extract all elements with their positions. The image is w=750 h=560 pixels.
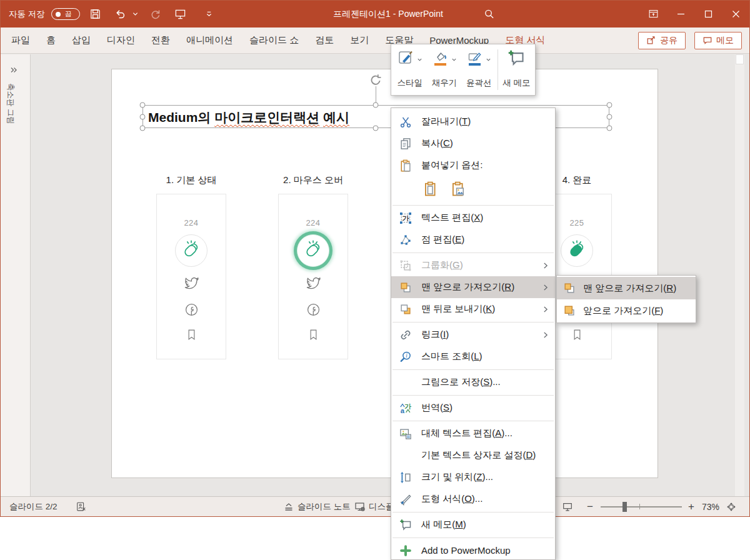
zoom-slider-thumb[interactable] (622, 502, 627, 512)
customize-qat-icon[interactable] (200, 5, 219, 24)
clap-icon (566, 239, 588, 262)
start-slideshow-icon[interactable] (171, 5, 190, 24)
tab-file[interactable]: 파일 (3, 28, 38, 54)
undo-dropdown-icon[interactable] (131, 5, 140, 24)
facebook-icon (306, 302, 321, 319)
submenu-item-bring-to-front[interactable]: 맨 앞으로 가져오기(R) (557, 277, 696, 299)
zoom-level[interactable]: 73% (702, 497, 719, 517)
selection-handle[interactable] (607, 102, 612, 108)
fit-slide-to-window-icon[interactable] (726, 497, 737, 517)
tab-home[interactable]: 홈 (38, 28, 64, 54)
new-comment-icon (508, 49, 525, 69)
chevron-down-icon[interactable] (451, 54, 457, 65)
new-comment-button[interactable]: 새 메모 (499, 47, 534, 92)
menu-item-save-as-picture[interactable]: 그림으로 저장(S)... (391, 371, 555, 393)
menu-item-size-position[interactable]: 크기 및 위치(Z)... (391, 466, 555, 488)
selection-handle[interactable] (140, 114, 146, 119)
card-default[interactable]: 224 (156, 194, 226, 359)
menu-item-smart-lookup[interactable]: i스마트 조회(L) (391, 346, 555, 368)
scrollbar-top-button[interactable] (736, 54, 744, 64)
minimize-button[interactable] (667, 1, 694, 28)
notes-button[interactable]: 슬라이드 노트 (283, 497, 351, 517)
paste-as-picture-button[interactable] (449, 181, 468, 199)
accessibility-icon[interactable] (76, 497, 87, 517)
screen: 자동 저장 끔 프레젠테이션1 - Po (0, 0, 750, 560)
selection-handle[interactable] (373, 126, 379, 131)
bring-to-front-submenu: 맨 앞으로 가져오기(R)앞으로 가져오기(F) (556, 275, 696, 323)
close-button[interactable] (722, 1, 749, 28)
tab-transitions[interactable]: 전환 (143, 28, 178, 54)
menu-item-set-default-textbox[interactable]: 기본 텍스트 상자로 설정(D) (391, 444, 555, 466)
selection-handle[interactable] (140, 102, 146, 108)
tab-animations[interactable]: 애니메이션 (178, 28, 241, 54)
tab-design[interactable]: 디자인 (99, 28, 143, 54)
zoom-in-button[interactable]: + (688, 497, 694, 517)
vertical-scrollbar[interactable] (735, 54, 744, 496)
selection-handle[interactable] (373, 102, 379, 108)
menu-item-edit-text[interactable]: 가텍스트 편집(X) (391, 207, 555, 229)
menu-item-copy[interactable]: 복사(C) (391, 132, 555, 154)
style-icon (398, 49, 415, 69)
save-icon[interactable] (86, 5, 105, 24)
zoom-out-button[interactable]: − (587, 497, 593, 517)
menu-item-paste-options-label[interactable]: 붙여넣기 옵션: (391, 154, 555, 176)
slideshow-view-icon[interactable] (562, 497, 573, 517)
menu-item-edit-alt-text[interactable]: 대체 텍스트 편집(A)... (391, 422, 555, 444)
clap-button[interactable] (561, 234, 593, 267)
add-icon (399, 544, 412, 557)
share-button[interactable]: 공유 (638, 32, 686, 49)
selection-handle[interactable] (140, 126, 146, 131)
selection-handle[interactable] (607, 114, 612, 119)
clap-button[interactable] (175, 234, 208, 267)
clap-button[interactable] (297, 234, 329, 267)
chevron-down-icon[interactable] (417, 54, 422, 65)
share-icon (646, 36, 656, 46)
paste-keep-source-button[interactable] (421, 181, 440, 199)
outline-button[interactable]: 윤곽선 (462, 47, 496, 92)
menu-item-add-to-powermockup[interactable]: Add to PowerMockup (391, 539, 555, 560)
tab-slideshow[interactable]: 슬라이드 쇼 (241, 28, 307, 54)
chevron-down-icon[interactable] (486, 54, 491, 65)
alt-text-icon (399, 428, 412, 440)
group-icon (399, 259, 412, 272)
redo-icon (146, 5, 165, 24)
menu-item-label: 점 편집(E) (421, 234, 464, 246)
ribbon-display-options-icon[interactable] (639, 1, 667, 28)
menu-item-send-to-back[interactable]: 맨 뒤로 보내기(K) (391, 298, 555, 320)
search-icon[interactable] (479, 5, 498, 24)
maximize-button[interactable] (694, 1, 722, 28)
fill-button[interactable]: 채우기 (427, 47, 461, 92)
submenu-item-bring-forward[interactable]: 앞으로 가져오기(F) (557, 299, 696, 322)
slide-title-text[interactable]: Medium의 마이크로인터랙션 예시 (148, 109, 349, 126)
menu-item-link[interactable]: 링크(I) (391, 324, 555, 346)
undo-icon[interactable] (111, 5, 130, 24)
card-label-default: 1. 기본 상태 (156, 174, 226, 186)
style-button[interactable]: 스타일 (392, 47, 427, 92)
new-comment-iconrow (508, 50, 525, 69)
selection-handle[interactable] (607, 126, 612, 131)
tab-review[interactable]: 검토 (307, 28, 342, 54)
menu-separator (392, 421, 554, 421)
menu-item-translate[interactable]: a가번역(S) (391, 397, 555, 419)
submenu-item-label: 맨 앞으로 가져오기(R) (583, 282, 676, 294)
menu-item-edit-points[interactable]: 점 편집(E) (391, 229, 555, 251)
bring-forward-icon (563, 304, 576, 317)
display-settings-icon (354, 501, 366, 512)
menu-item-cut[interactable]: 잘라내기(T) (391, 111, 555, 132)
menu-item-bring-to-front[interactable]: 맨 앞으로 가져오기(R) (391, 276, 555, 298)
comments-button[interactable]: 메모 (694, 32, 742, 49)
autosave-toggle[interactable]: 끔 (51, 8, 80, 20)
thumbnail-pane-collapsed[interactable]: 축소판 그림 (1, 54, 31, 496)
quick-access-toolbar: 자동 저장 끔 (1, 5, 219, 24)
expand-pane-icon[interactable] (9, 66, 18, 77)
tab-view[interactable]: 보기 (342, 28, 377, 54)
menu-item-label: 그림으로 저장(S)... (421, 376, 501, 388)
menu-item-new-comment[interactable]: 새 메모(M) (391, 514, 555, 536)
tab-insert[interactable]: 삽입 (64, 28, 99, 54)
card-hover[interactable]: 224 (278, 194, 348, 359)
zoom-slider-track[interactable] (601, 506, 682, 508)
menu-item-format-shape[interactable]: 도형 서식(O)... (391, 488, 555, 510)
submenu-chevron-icon (541, 261, 550, 270)
rotate-handle-icon[interactable] (369, 74, 382, 88)
clap-count: 225 (569, 218, 584, 228)
